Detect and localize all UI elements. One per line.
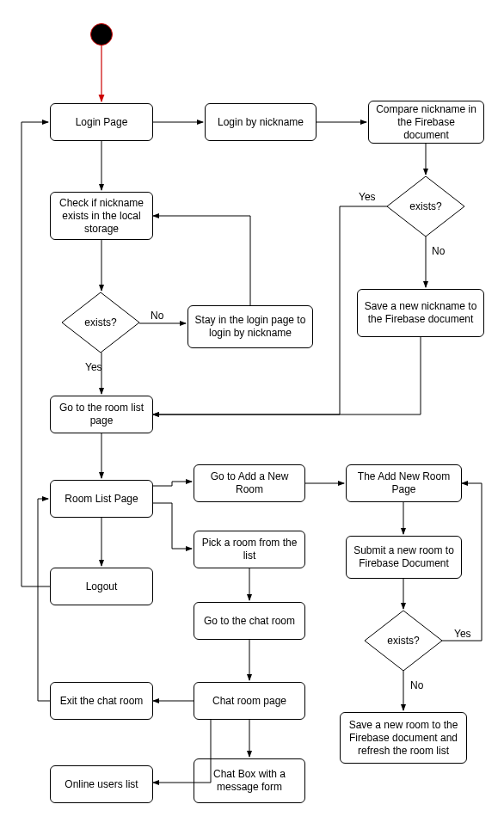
decision-label: exists? <box>409 200 441 212</box>
edge-label-no: No <box>410 679 423 691</box>
decision-exists-local: exists? <box>62 292 139 353</box>
node-label: Logout <box>86 580 118 593</box>
node-login-page: Login Page <box>50 103 153 141</box>
node-label: Login Page <box>76 116 128 129</box>
decision-label: exists? <box>387 635 419 647</box>
node-label: Chat Box with a message form <box>200 768 299 794</box>
node-label: Go to the room list page <box>56 402 147 427</box>
node-chat-box: Chat Box with a message form <box>194 758 305 803</box>
decision-exists-room: exists? <box>365 611 442 671</box>
node-compare-nickname: Compare nickname in the Firebase documen… <box>368 101 484 144</box>
node-label: Exit the chat room <box>60 695 144 708</box>
node-check-local: Check if nickname exists in the local st… <box>50 192 153 240</box>
node-label: Save a new nickname to the Firebase docu… <box>363 300 478 326</box>
node-submit-room: Submit a new room to Firebase Document <box>346 536 462 579</box>
node-pick-room: Pick a room from the list <box>194 531 305 568</box>
edge-label-no: No <box>151 310 163 322</box>
node-label: Compare nickname in the Firebase documen… <box>374 103 478 142</box>
node-label: The Add New Room Page <box>352 470 456 496</box>
node-save-room: Save a new room to the Firebase document… <box>340 712 467 764</box>
node-save-nickname: Save a new nickname to the Firebase docu… <box>357 289 484 337</box>
node-label: Submit a new room to Firebase Document <box>352 544 456 570</box>
node-label: Room List Page <box>65 493 138 506</box>
node-label: Go to the chat room <box>204 615 295 628</box>
node-chat-room-page: Chat room page <box>194 682 305 720</box>
node-label: Check if nickname exists in the local st… <box>56 197 147 236</box>
node-exit-chat-room: Exit the chat room <box>50 682 153 720</box>
edge-label-no: No <box>432 245 445 257</box>
node-add-new-room-page: The Add New Room Page <box>346 464 462 502</box>
node-label: Chat room page <box>212 695 286 708</box>
node-label: Stay in the login page to login by nickn… <box>194 314 307 340</box>
node-label: Pick a room from the list <box>200 537 299 562</box>
node-label: Go to Add a New Room <box>200 470 299 496</box>
node-label: Online users list <box>65 778 138 791</box>
decision-exists-top: exists? <box>387 176 464 236</box>
decision-label: exists? <box>84 316 116 328</box>
edge-label-yes: Yes <box>454 628 471 640</box>
start-node <box>90 23 113 46</box>
node-go-chat-room: Go to the chat room <box>194 602 305 640</box>
edge-label-yes: Yes <box>359 191 376 203</box>
node-label: Save a new room to the Firebase document… <box>346 719 461 758</box>
node-logout: Logout <box>50 568 153 605</box>
node-room-list-page: Room List Page <box>50 480 153 518</box>
node-stay-login: Stay in the login page to login by nickn… <box>187 305 313 348</box>
edge-label-yes: Yes <box>85 361 102 373</box>
node-go-add-new-room: Go to Add a New Room <box>194 464 305 502</box>
node-login-by-nickname: Login by nickname <box>205 103 317 141</box>
node-label: Login by nickname <box>218 116 304 129</box>
node-online-users: Online users list <box>50 765 153 803</box>
node-go-room-list: Go to the room list page <box>50 396 153 433</box>
